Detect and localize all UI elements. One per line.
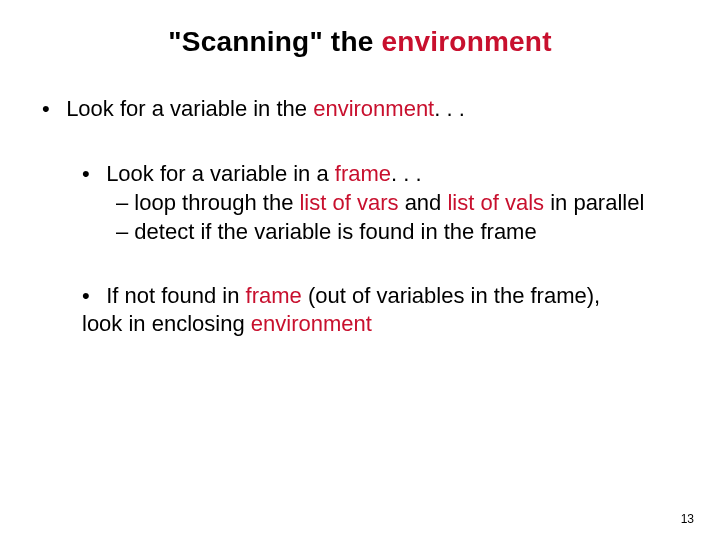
l2a-text-post: . . . xyxy=(391,161,422,186)
l3a-kw2: list of vals xyxy=(447,190,544,215)
page-number: 13 xyxy=(681,512,694,526)
l3a-pre: – loop through the xyxy=(116,190,299,215)
bullet-level3: – detect if the variable is found in the… xyxy=(116,217,690,246)
l3a-kw1: list of vars xyxy=(299,190,398,215)
l1-keyword: environment xyxy=(313,96,434,121)
bullet-level3: – loop through the list of vars and list… xyxy=(116,188,690,217)
l3a-post: in parallel xyxy=(544,190,644,215)
title-text: "Scanning" the xyxy=(168,26,381,57)
l2b-kw1: frame xyxy=(246,283,302,308)
bullet-level1: • Look for a variable in the environment… xyxy=(30,96,690,122)
l2b-pre: If not found in xyxy=(106,283,245,308)
l1-text-post: . . . xyxy=(434,96,465,121)
slide: "Scanning" the environment • Look for a … xyxy=(0,0,720,540)
sub-block-frame: • Look for a variable in a frame. . . – … xyxy=(82,160,690,246)
title-keyword: environment xyxy=(381,26,551,57)
l2a-keyword: frame xyxy=(335,161,391,186)
l2b-kw2: environment xyxy=(251,311,372,336)
bullet-dot-icon: • xyxy=(42,96,60,122)
l2a-text-pre: Look for a variable in a xyxy=(106,161,335,186)
bullet-dot-icon: • xyxy=(82,160,100,188)
bullet-level2: • If not found in frame (out of variable… xyxy=(82,282,642,338)
sub-block-enclosing: • If not found in frame (out of variable… xyxy=(82,282,690,338)
l3b-text: – detect if the variable is found in the… xyxy=(116,219,537,244)
bullet-level2: • Look for a variable in a frame. . . xyxy=(82,160,690,188)
l1-text-pre: Look for a variable in the xyxy=(66,96,313,121)
bullet-dot-icon: • xyxy=(82,282,100,310)
l3a-mid: and xyxy=(399,190,448,215)
slide-title: "Scanning" the environment xyxy=(30,26,690,58)
